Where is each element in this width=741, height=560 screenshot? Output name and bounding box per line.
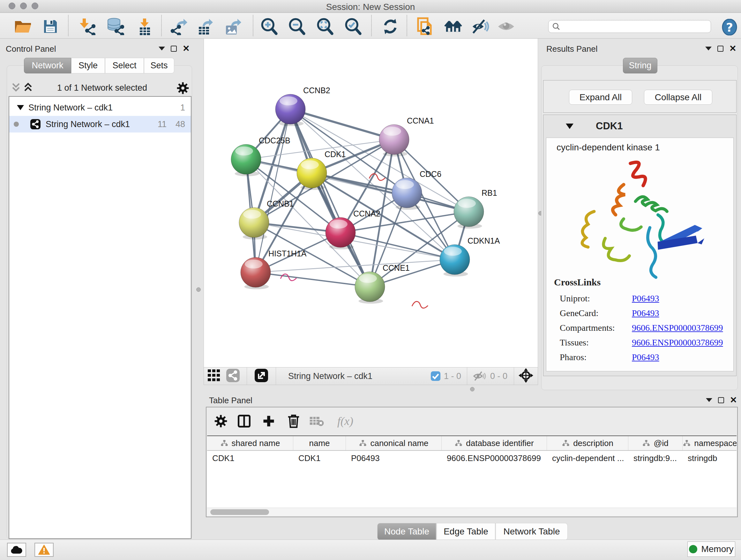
string-panel-toggle-button[interactable] [226,369,240,383]
node-label-CDC6: CDC6 [420,170,441,179]
crosslink-link[interactable]: 9606.ENSP00000378699 [632,323,723,333]
tab-style[interactable]: Style [71,58,105,73]
hide-selected-button[interactable] [471,17,489,36]
network-graph[interactable]: CCNB2CCNA1CDC25BCDK1CDC6RB1CCNB1CCNA2CDK… [204,39,538,367]
entry-collapse-icon[interactable] [566,124,574,129]
collapse-panel-icon[interactable] [158,47,165,51]
table-panel-title: Table Panel [209,395,253,406]
import-table-button[interactable] [135,17,153,36]
crosslink-link[interactable]: P06493 [632,352,659,362]
tab-network-table[interactable]: Network Table [495,523,568,540]
export-network-button[interactable] [170,17,188,36]
column-header-name[interactable]: name [293,436,346,450]
column-header-database-identifier[interactable]: database identifier [442,436,547,450]
splitter-handle-left[interactable] [196,287,201,292]
network-node-RB1[interactable] [454,197,538,367]
refresh-button[interactable] [381,17,399,36]
create-column-button[interactable] [261,414,276,428]
collapse-panel-icon[interactable] [705,47,712,51]
crosslink-link[interactable]: P06493 [632,294,659,304]
float-panel-icon[interactable] [718,46,724,52]
network-node-CCNE1[interactable] [355,272,538,367]
clone-network-icon [416,17,433,36]
hidden-eye-icon[interactable] [472,370,487,382]
import-network-from-database-button[interactable] [106,17,124,36]
network-row-selected[interactable]: String Network – cdk1 11 48 [9,116,191,132]
horizontal-scrollbar[interactable] [207,508,737,516]
clone-network-button[interactable] [416,17,434,36]
home-button[interactable] [444,17,462,36]
table-cell[interactable]: 9606.ENSP00000378699 [442,451,547,465]
table-row[interactable]: CDK1CDK1P064939606.ENSP00000378699cyclin… [207,451,737,465]
expand-all-trees-button[interactable] [23,82,32,94]
zoom-out-button[interactable] [288,17,306,36]
table-cell[interactable]: cyclin-dependent ... [547,451,628,465]
tab-select[interactable]: Select [105,58,144,73]
column-header--id[interactable]: @id [628,436,683,450]
close-panel-icon[interactable]: ✕ [729,45,737,52]
expand-all-button[interactable]: Expand All [569,90,632,105]
table-cell[interactable]: CDK1 [293,451,346,465]
table-cell[interactable]: stringdb [683,451,737,465]
search-box[interactable] [548,20,711,33]
node-table[interactable]: shared namenamecanonical namedatabase id… [207,435,737,509]
crosslink-link[interactable]: P06493 [632,308,659,318]
eye-disabled-icon [497,19,515,34]
control-panel-title: Control Panel [6,44,56,54]
fit-position-button[interactable] [519,368,533,384]
zoom-fit-button[interactable] [316,17,334,36]
show-columns-button[interactable] [237,414,252,428]
table-cell[interactable]: CDK1 [207,451,293,465]
tab-node-table[interactable]: Node Table [377,523,436,540]
show-all-button[interactable] [497,17,515,36]
tree-expand-icon[interactable] [17,105,24,110]
selected-checkbox-icon[interactable] [430,371,441,381]
search-input[interactable] [561,22,701,31]
birdseye-toggle-button[interactable] [208,369,222,383]
warning-icon [38,545,50,555]
export-view-button[interactable] [255,369,268,383]
toolbar-separator [253,15,253,36]
float-panel-icon[interactable] [718,397,724,403]
column-header-description[interactable]: description [547,436,628,450]
zoom-selected-button[interactable] [344,17,362,36]
cloud-status-button[interactable] [7,543,26,557]
table-options-gear-button[interactable] [213,414,228,428]
collapse-panel-icon[interactable] [706,398,712,402]
table-cell[interactable]: P06493 [346,451,442,465]
import-network-button[interactable] [78,17,96,36]
delete-column-button[interactable] [286,414,301,428]
close-panel-icon[interactable]: ✕ [730,397,737,403]
splitter-handle-bottom[interactable] [470,387,475,391]
network-node-HIST1H1A[interactable] [241,257,316,367]
column-header-namespace[interactable]: namespace [683,436,737,450]
column-header-canonical-name[interactable]: canonical name [346,436,442,450]
crosslink-link[interactable]: 9606.ENSP00000378699 [632,337,723,348]
tab-edge-table[interactable]: Edge Table [436,523,495,540]
column-header-shared-name[interactable]: shared name [207,436,293,450]
network-node-CDKN1A[interactable] [440,245,538,367]
zoom-in-button[interactable] [260,17,278,36]
entry-header[interactable]: CDK1 [543,115,736,137]
network-options-gear-button[interactable] [177,82,189,96]
collapse-all-button[interactable]: Collapse All [644,90,712,105]
scrollbar-thumb[interactable] [210,509,269,515]
float-panel-icon[interactable] [171,46,177,52]
save-session-button[interactable] [42,17,59,36]
help-button[interactable]: ? [721,18,738,36]
tab-network[interactable]: Network [24,58,71,73]
memory-button[interactable]: Memory [687,542,735,557]
close-panel-icon[interactable]: ✕ [183,45,190,52]
table-cell[interactable]: stringdb:9... [628,451,683,465]
network-canvas[interactable]: CCNB2CCNA1CDC25BCDK1CDC6RB1CCNB1CCNA2CDK… [204,39,538,367]
tab-string[interactable]: String [623,58,657,73]
collapse-all-trees-button[interactable] [11,82,20,94]
warning-status-button[interactable] [35,543,54,557]
eye-slash-icon [471,18,489,35]
tab-sets[interactable]: Sets [144,58,174,73]
network-collection-row[interactable]: String Network – cdk1 1 [9,99,191,116]
export-table-icon [196,18,213,35]
open-session-button[interactable] [14,17,32,36]
export-table-button[interactable] [196,17,214,36]
export-image-button[interactable] [224,17,242,36]
